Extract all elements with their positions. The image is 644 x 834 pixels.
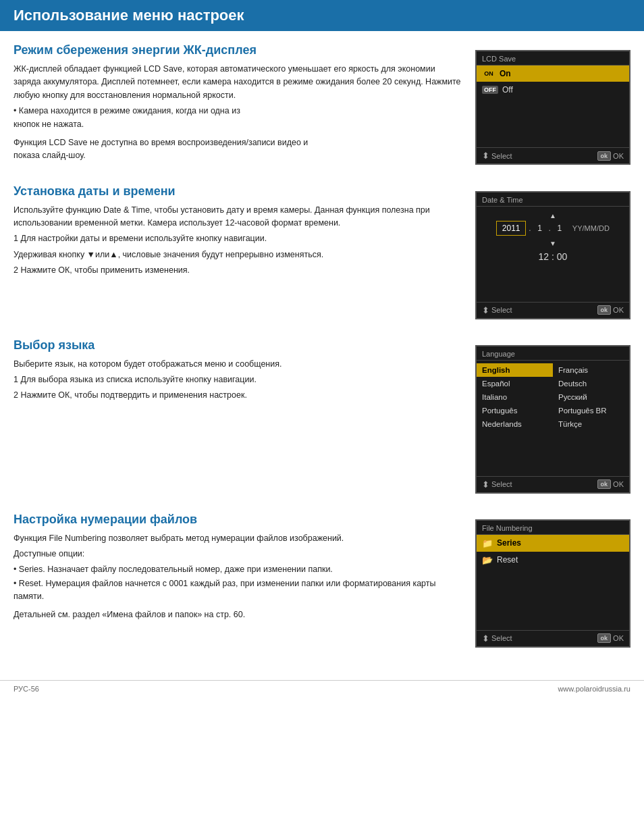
arrow-up: ▲ <box>482 212 624 219</box>
datetime-step2: 2 Нажмите ОК, чтобы применить изменения. <box>14 264 462 277</box>
section-file-numbering-title: Настройка нумерации файлов <box>14 513 462 527</box>
section-lcd-save-title: Режим сбережения энергии ЖК-дисплея <box>14 43 462 57</box>
page-content: Режим сбережения энергии ЖК-дисплея ЖК-д… <box>0 31 644 673</box>
year-value: 2011 <box>502 224 520 233</box>
lang-deutsch[interactable]: Deutsch <box>553 377 629 390</box>
section-datetime-text: Установка даты и времени Используйте фун… <box>14 184 462 319</box>
datetime-step1b: Удерживая кнопку ▼или▲, числовые значени… <box>14 249 462 261</box>
lang-francais[interactable]: Français <box>553 363 629 377</box>
lcd-save-ok: ok OK <box>597 151 624 161</box>
datetime-ui-title: Date & Time <box>477 192 629 207</box>
on-badge: ON <box>482 70 495 78</box>
section-language-text: Выбор языка Выберите язык, на котором бу… <box>14 338 462 494</box>
lcd-save-para2: Функция LCD Save не доступна во время во… <box>14 136 462 163</box>
datetime-footer: ⬍ Select ok OK <box>477 302 629 318</box>
section-language-body: Выберите язык, на котором будет отобража… <box>14 358 462 402</box>
datetime-select: ⬍ Select <box>482 305 512 315</box>
ok-label3: OK <box>613 480 624 488</box>
lang-english[interactable]: English <box>477 363 553 377</box>
section-file-numbering-text: Настройка нумерации файлов Функция File … <box>14 513 462 648</box>
language-panel: Language English Français Español Deutsc… <box>475 345 630 494</box>
filenumber-bullet-reset: Reset. Нумерация файлов начнется с 0001 … <box>14 577 462 603</box>
time-row: 12 : 00 <box>482 251 624 262</box>
filenumber-bullets: Series. Назначает файлу последовательный… <box>14 563 462 602</box>
lang-nederlands[interactable]: Nederlands <box>477 417 553 431</box>
section-file-numbering-body: Функция File Numbering позволяет выбрать… <box>14 532 462 621</box>
datetime-panel: Date & Time ▲ 2011 . 1 . 1 YY/MM/DD <box>475 191 630 319</box>
file-numbering-panel: File Numbering 📁 Series 📂 Reset ⬍ Select <box>475 519 630 648</box>
file-series-item[interactable]: 📁 Series <box>477 535 629 552</box>
ok-label: OK <box>613 152 624 160</box>
lang-portugues[interactable]: Português <box>477 404 553 417</box>
select-label4: Select <box>491 634 512 642</box>
select-label2: Select <box>491 306 512 314</box>
datetime-row: 2011 . 1 . 1 YY/MM/DD <box>482 221 624 236</box>
datetime-ok: ok OK <box>597 305 624 315</box>
select-arrows4: ⬍ <box>482 633 489 644</box>
lcd-save-bullet: • Камера находится в режиме ожидания, ко… <box>14 105 462 131</box>
dot2: . <box>549 224 551 233</box>
lcd-save-on-item[interactable]: ON On <box>477 66 629 82</box>
off-badge: OFF <box>482 86 498 94</box>
lang-para1: Выберите язык, на котором будет отобража… <box>14 358 462 371</box>
website: www.polaroidrussia.ru <box>558 685 630 693</box>
file-spacer <box>477 569 629 613</box>
reset-icon: 📂 <box>482 555 493 565</box>
reset-label: Reset <box>497 555 518 565</box>
file-numbering-ui-title: File Numbering <box>477 521 629 535</box>
dot1: . <box>529 224 531 233</box>
filenumber-note: Детальней см. раздел «Имена файлов и пап… <box>14 608 462 621</box>
series-icon: 📁 <box>482 538 493 548</box>
language-select: ⬍ Select <box>482 479 512 490</box>
datetime-content: ▲ 2011 . 1 . 1 YY/MM/DD ▼ <box>477 207 629 267</box>
language-ui-title: Language <box>477 346 629 361</box>
file-select: ⬍ Select <box>482 633 512 644</box>
lcd-save-ui: LCD Save ON On OFF Off ⬍ Select ok <box>475 50 630 165</box>
lang-espanol[interactable]: Español <box>477 377 553 390</box>
lang-turkce[interactable]: Türkçe <box>553 417 629 431</box>
month-value: 1 <box>534 224 546 233</box>
on-label: On <box>500 69 511 78</box>
lcd-save-spacer <box>477 98 629 138</box>
filenumber-options-label: Доступные опции: <box>14 548 462 561</box>
filenumber-bullet-series: Series. Назначает файлу последовательный… <box>14 563 462 576</box>
lcd-save-select: ⬍ Select <box>482 151 512 161</box>
day-value: 1 <box>554 224 566 233</box>
datetime-step1: 1 Для настройки даты и времени используй… <box>14 232 462 245</box>
select-arrows: ⬍ <box>482 151 489 161</box>
language-grid: English Français Español Deutsch Italian… <box>477 361 629 434</box>
ok-badge4: ok <box>597 633 612 643</box>
datetime-para1: Используйте функцию Date & Time, чтобы у… <box>14 204 462 230</box>
select-arrows2: ⬍ <box>482 305 489 315</box>
ok-badge2: ok <box>597 305 612 315</box>
section-lcd-save: Режим сбережения энергии ЖК-дисплея ЖК-д… <box>14 43 630 165</box>
ok-badge: ok <box>597 151 612 161</box>
arrow-down: ▼ <box>482 240 624 247</box>
section-lcd-save-text: Режим сбережения энергии ЖК-дисплея ЖК-д… <box>14 43 462 165</box>
language-ok: ok OK <box>597 479 624 490</box>
ok-label2: OK <box>613 306 624 314</box>
lang-portugues-br[interactable]: Português BR <box>553 404 629 417</box>
file-footer: ⬍ Select ok OK <box>477 630 629 646</box>
file-reset-item[interactable]: 📂 Reset <box>477 552 629 569</box>
lcd-save-ui-title: LCD Save <box>477 51 629 66</box>
page-footer: РУС-56 www.polaroidrussia.ru <box>0 680 644 697</box>
lang-russian[interactable]: Русский <box>553 390 629 404</box>
section-language-title: Выбор языка <box>14 338 462 353</box>
year-box[interactable]: 2011 <box>496 221 526 236</box>
select-arrows3: ⬍ <box>482 479 489 490</box>
select-label: Select <box>491 152 512 160</box>
lcd-save-off-item[interactable]: OFF Off <box>477 82 629 98</box>
filenumber-intro: Функция File Numbering позволяет выбрать… <box>14 532 462 545</box>
file-numbering-ui: File Numbering 📁 Series 📂 Reset ⬍ Select <box>475 519 630 648</box>
lcd-save-para1: ЖК-дисплей обладает функцией LCD Save, к… <box>14 63 462 102</box>
lcd-save-panel: LCD Save ON On OFF Off ⬍ Select ok <box>475 50 630 165</box>
section-language: Выбор языка Выберите язык, на котором бу… <box>14 338 630 494</box>
section-datetime-body: Используйте функцию Date & Time, чтобы у… <box>14 204 462 278</box>
section-lcd-save-body: ЖК-дисплей обладает функцией LCD Save, к… <box>14 63 462 163</box>
time-value: 12 : 00 <box>539 251 568 262</box>
lang-italiano[interactable]: Italiano <box>477 390 553 404</box>
date-format: YY/MM/DD <box>572 224 610 232</box>
lcd-save-footer: ⬍ Select ok OK <box>477 147 629 163</box>
datetime-spacer <box>477 267 629 281</box>
